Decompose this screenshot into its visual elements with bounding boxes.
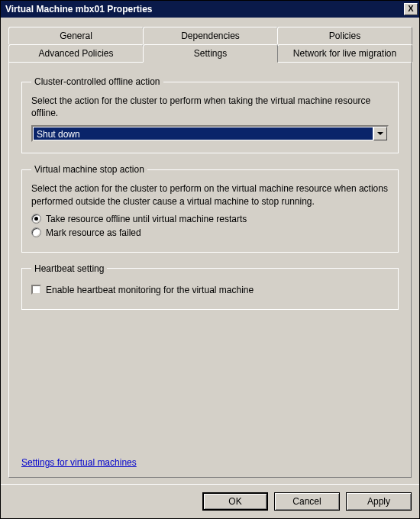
tab-policies[interactable]: Policies [277, 27, 412, 44]
tab-advanced-policies[interactable]: Advanced Policies [8, 44, 144, 62]
checkbox-label: Enable heartbeat monitoring for the virt… [46, 285, 254, 295]
dropdown-selected-value: Shut down [34, 127, 373, 140]
tab-general[interactable]: General [8, 27, 144, 44]
apply-button[interactable]: Apply [346, 492, 412, 511]
tab-panel-settings: Cluster-controlled offline action Select… [8, 62, 412, 478]
radio-icon [31, 214, 41, 224]
cancel-button[interactable]: Cancel [274, 492, 340, 511]
tab-label: General [60, 31, 92, 41]
group-heartbeat: Heartbeat setting Enable heartbeat monit… [21, 263, 399, 310]
tab-label: Network for live migration [293, 48, 396, 59]
link-label: Settings for virtual machines [21, 457, 137, 468]
checkbox-icon [31, 285, 41, 295]
radio-option-offline-until-restart[interactable]: Take resource offline until virtual mach… [31, 214, 389, 224]
offline-action-description: Select the action for the cluster to per… [31, 95, 389, 119]
dropdown-button[interactable] [373, 127, 387, 140]
tab-dependencies[interactable]: Dependencies [143, 27, 278, 44]
chevron-down-icon [377, 132, 383, 135]
close-button[interactable]: X [404, 3, 418, 15]
stop-action-description: Select the action for the cluster to per… [31, 182, 389, 207]
tab-label: Policies [329, 31, 360, 41]
tab-label: Settings [194, 48, 227, 59]
heartbeat-checkbox-row[interactable]: Enable heartbeat monitoring for the virt… [31, 285, 389, 295]
tab-row-2: Advanced Policies Settings Network for l… [8, 44, 412, 62]
radio-icon [31, 227, 41, 237]
tab-network-live-migration[interactable]: Network for live migration [277, 44, 412, 62]
group-stop-action: Virtual machine stop action Select the a… [21, 164, 399, 252]
button-bar: OK Cancel Apply [1, 484, 419, 518]
close-icon: X [408, 4, 413, 13]
dialog-content: General Dependencies Policies Advanced P… [1, 18, 419, 484]
group-offline-action: Cluster-controlled offline action Select… [21, 76, 399, 153]
tab-strip: General Dependencies Policies Advanced P… [8, 27, 412, 62]
window-title: Virtual Machine mbx01 Properties [5, 4, 404, 15]
radio-option-mark-failed[interactable]: Mark resource as failed [31, 227, 389, 238]
tab-label: Advanced Policies [38, 48, 113, 59]
group-legend: Virtual machine stop action [31, 164, 147, 175]
settings-vm-link[interactable]: Settings for virtual machines [21, 457, 399, 468]
radio-label: Mark resource as failed [46, 227, 141, 238]
group-legend: Cluster-controlled offline action [31, 76, 163, 87]
tab-row-1: General Dependencies Policies [8, 27, 412, 44]
spacer [21, 321, 399, 439]
offline-action-dropdown[interactable]: Shut down [31, 125, 389, 142]
group-legend: Heartbeat setting [31, 263, 107, 274]
radio-label: Take resource offline until virtual mach… [46, 214, 247, 224]
dialog-window: Virtual Machine mbx01 Properties X Gener… [0, 0, 420, 519]
ok-button[interactable]: OK [202, 492, 268, 511]
tab-settings[interactable]: Settings [143, 44, 278, 63]
tab-label: Dependencies [181, 31, 240, 41]
titlebar: Virtual Machine mbx01 Properties X [1, 1, 419, 18]
